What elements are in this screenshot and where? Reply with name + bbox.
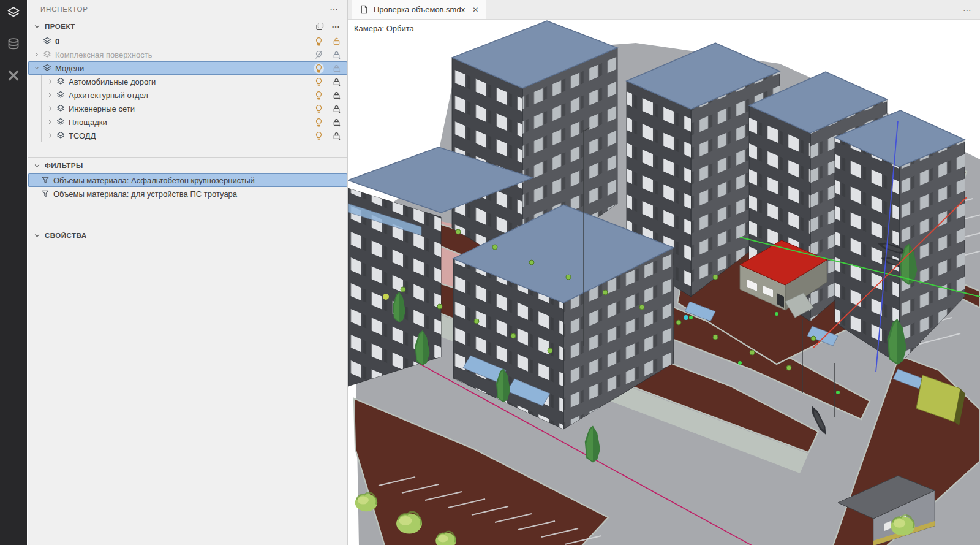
project-section-label: ПРОЕКТ — [45, 23, 75, 30]
layer-icon — [55, 131, 66, 141]
layer-icon — [42, 50, 52, 60]
visibility-off-bulb-icon[interactable] — [314, 50, 324, 60]
visibility-bulb-icon[interactable] — [314, 104, 324, 114]
layers-icon — [6, 6, 21, 23]
visibility-bulb-icon[interactable] — [314, 77, 324, 87]
close-icon[interactable]: ✕ — [472, 6, 478, 14]
database-icon — [6, 37, 21, 54]
layer-row-networks[interactable]: Инженерные сети — [28, 102, 347, 115]
scene-3d[interactable]: Камера: Орбита — [348, 20, 980, 545]
inspector-header: ИНСПЕКТОР ⋯ — [28, 0, 347, 18]
inspector-title: ИНСПЕКТОР — [40, 6, 88, 13]
layer-row-surface[interactable]: Комплексная поверхность — [28, 48, 347, 61]
filters-section-header[interactable]: ФИЛЬТРЫ — [28, 158, 347, 173]
document-icon — [360, 5, 369, 14]
unlock-icon[interactable] — [331, 36, 342, 47]
layer-label: Архитектурный отдел — [69, 91, 148, 100]
chevron-down-icon — [32, 22, 42, 31]
chevron-right-icon[interactable] — [45, 131, 55, 140]
visibility-bulb-icon[interactable] — [314, 63, 324, 74]
filter-label: Объемы материала: для устройства ПС трот… — [53, 189, 237, 199]
filter-funnel-icon — [40, 176, 50, 185]
camera-mode-label: Камера: Орбита — [354, 24, 414, 33]
visibility-bulb-icon[interactable] — [314, 131, 324, 141]
layers-tool-button[interactable] — [4, 5, 23, 23]
chevron-down-icon — [32, 161, 42, 170]
crossed-tools-icon — [6, 68, 21, 85]
viewport: Проверка объемов.smdx ✕ ⋯ Камера: Орбита — [348, 0, 980, 545]
chevron-down-icon — [32, 231, 42, 240]
lock-icon[interactable] — [331, 63, 342, 74]
tools-button[interactable] — [4, 67, 23, 86]
project-menu-button[interactable]: ⋯ — [331, 21, 341, 32]
properties-section-header[interactable]: СВОЙСТВА — [28, 227, 347, 243]
layer-row-0[interactable]: 0 — [28, 34, 347, 48]
document-tab[interactable]: Проверка объемов.smdx ✕ — [352, 0, 486, 19]
models-children: Автомобильные дороги — [28, 75, 347, 142]
layer-row-architecture[interactable]: Архитектурный отдел — [28, 88, 347, 102]
visibility-bulb-icon[interactable] — [314, 117, 324, 128]
lock-icon[interactable] — [331, 77, 342, 87]
lock-icon[interactable] — [331, 131, 342, 141]
project-section-header[interactable]: ПРОЕКТ ⋯ — [28, 18, 347, 34]
layer-row-models[interactable]: Модели — [28, 61, 347, 75]
lock-icon[interactable] — [331, 104, 342, 114]
filters-section-label: ФИЛЬТРЫ — [45, 162, 83, 169]
visibility-bulb-icon[interactable] — [314, 90, 324, 101]
viewport-menu-button[interactable]: ⋯ — [954, 5, 980, 15]
copy-stack-icon[interactable] — [314, 21, 325, 32]
application-window: ИНСПЕКТОР ⋯ ПРОЕКТ ⋯ 0 — [0, 0, 980, 545]
chevron-right-icon[interactable] — [45, 77, 55, 86]
lock-icon[interactable] — [331, 90, 342, 101]
layer-tree: 0 Комплексная поверхность — [28, 34, 347, 142]
visibility-bulb-icon[interactable] — [314, 36, 324, 47]
properties-section-label: СВОЙСТВА — [45, 232, 87, 239]
layer-row-roads[interactable]: Автомобильные дороги — [28, 75, 347, 88]
tab-bar: Проверка объемов.smdx ✕ ⋯ — [348, 0, 980, 20]
chevron-right-icon[interactable] — [32, 50, 42, 59]
layer-icon — [55, 104, 66, 114]
scene-canvas[interactable] — [348, 20, 980, 545]
inspector-panel: ИНСПЕКТОР ⋯ ПРОЕКТ ⋯ 0 — [27, 0, 348, 545]
layer-label: Модели — [55, 64, 84, 73]
layer-label: 0 — [55, 37, 59, 46]
activity-bar — [0, 0, 27, 545]
filter-row-sidewalk[interactable]: Объемы материала: для устройства ПС трот… — [28, 187, 347, 200]
chevron-right-icon[interactable] — [45, 104, 55, 113]
chevron-down-icon[interactable] — [32, 63, 42, 73]
layer-icon — [55, 90, 66, 101]
chevron-right-icon[interactable] — [45, 90, 55, 100]
inspector-menu-button[interactable]: ⋯ — [327, 4, 341, 15]
filter-row-asphalt[interactable]: Объемы материала: Асфальтобетон крупнозе… — [28, 173, 347, 187]
layer-icon — [55, 117, 66, 128]
filter-funnel-icon — [40, 189, 50, 199]
layer-label: Площадки — [69, 118, 107, 127]
layer-row-tsodd[interactable]: ТСОДД — [28, 129, 347, 142]
layer-row-sites[interactable]: Площадки — [28, 115, 347, 129]
layer-label: Автомобильные дороги — [69, 77, 156, 86]
layer-icon — [42, 36, 52, 47]
data-tool-button[interactable] — [4, 36, 23, 55]
filter-label: Объемы материала: Асфальтобетон крупнозе… — [53, 176, 255, 185]
layer-icon — [55, 77, 66, 87]
tab-label: Проверка объемов.smdx — [374, 5, 465, 14]
chevron-right-icon[interactable] — [45, 117, 55, 127]
layer-label: Инженерные сети — [69, 104, 135, 113]
layer-label: Комплексная поверхность — [55, 50, 152, 59]
lock-icon[interactable] — [331, 50, 342, 60]
layer-icon — [42, 63, 52, 74]
layer-label: ТСОДД — [69, 131, 96, 140]
lock-icon[interactable] — [331, 117, 342, 128]
